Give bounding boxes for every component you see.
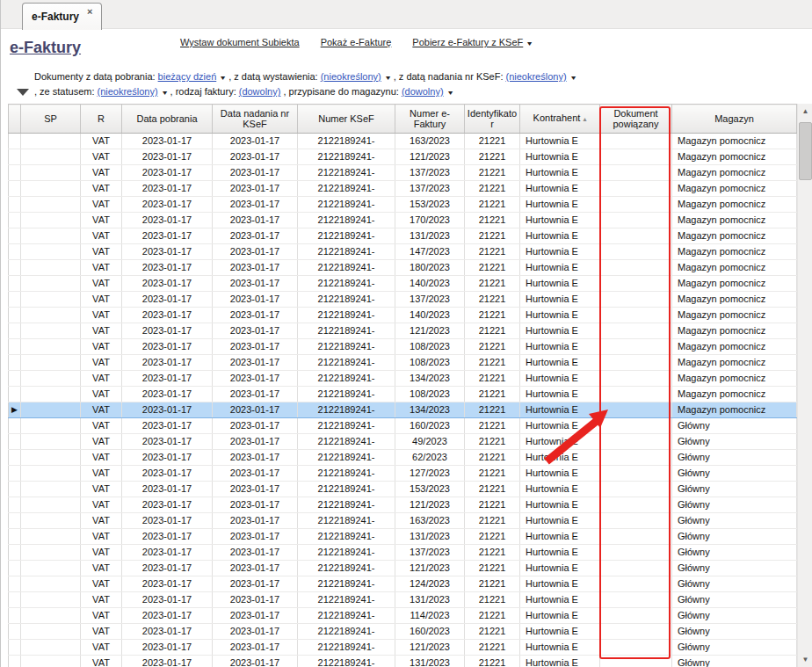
row-indicator [9,608,21,624]
cell-magazyn: Magazyn pomocnicz [672,165,797,181]
cell-dokument-powiazany [600,561,672,576]
header-identyfikator[interactable]: Identyfikator [465,105,520,134]
table-row[interactable]: VAT2023-01-172023-01-172122189241-153/20… [9,482,797,497]
cell-identyfikator: 21221 [465,624,520,640]
scroll-up-icon[interactable]: ▲ [798,104,812,119]
tab-e-faktury[interactable]: e-Faktury × [22,3,102,30]
table-row[interactable]: ▶VAT2023-01-172023-01-172122189241-134/2… [9,402,797,418]
row-indicator [9,497,21,513]
cell-identyfikator: 21221 [465,260,520,276]
cell-r: VAT [81,497,122,513]
filter-data-pobrania-link[interactable]: bieżący dzień▼ [158,71,227,82]
cell-sp [21,497,81,513]
row-indicator [9,466,21,482]
cell-magazyn: Magazyn pomocnicz [672,371,797,387]
cell-data-nadania-nr-ksef: 2023-01-17 [213,244,298,260]
cell-numer-e-faktury: 163/2023 [395,513,465,529]
table-row[interactable]: VAT2023-01-172023-01-172122189241-121/20… [9,323,797,339]
header-magazyn[interactable]: Magazyn [672,105,797,134]
table-row[interactable]: VAT2023-01-172023-01-172122189241-121/20… [9,561,797,576]
table-row[interactable]: VAT2023-01-172023-01-172122189241-137/20… [9,292,797,308]
table-row[interactable]: VAT2023-01-172023-01-172122189241-127/20… [9,466,797,482]
table-row[interactable]: VAT2023-01-172023-01-172122189241-108/20… [9,355,797,371]
cell-data-pobrania: 2023-01-17 [122,640,213,656]
cell-sp [21,292,81,308]
filter-rodzaj-faktury-value: (dowolny) [239,86,281,97]
cell-magazyn: Magazyn pomocnicz [672,228,797,244]
cell-sp [21,576,81,592]
vertical-scrollbar[interactable]: ▲ ▼ [797,104,812,667]
table-row[interactable]: VAT2023-01-172023-01-172122189241-114/20… [9,608,797,624]
wystaw-dokument-link[interactable]: Wystaw dokument Subiekta [180,37,300,47]
cell-dokument-powiazany [600,292,672,308]
table-row[interactable]: VAT2023-01-172023-01-172122189241-108/20… [9,339,797,355]
cell-r: VAT [81,165,122,181]
pokaz-efakture-link[interactable]: Pokaż e-Fakturę [321,37,392,47]
filter-status-link[interactable]: (nieokreślony)▼ [97,86,167,97]
table-row[interactable]: VAT2023-01-172023-01-172122189241-49/202… [9,434,797,450]
filter-data-nadania-link[interactable]: (nieokreślony)▼ [505,71,576,82]
cell-dokument-powiazany [600,466,672,482]
table-row[interactable]: VAT2023-01-172023-01-172122189241-124/20… [9,576,797,592]
cell-magazyn: Główny [672,418,797,434]
cell-identyfikator: 21221 [465,576,520,592]
header-sp[interactable]: SP [21,105,81,134]
cell-r: VAT [81,592,122,608]
table-row[interactable]: VAT2023-01-172023-01-172122189241-140/20… [9,276,797,292]
cell-kontrahent: Hurtownia E [520,228,600,244]
table-row[interactable]: VAT2023-01-172023-01-172122189241-131/20… [9,592,797,608]
table-row[interactable]: VAT2023-01-172023-01-172122189241-121/20… [9,640,797,656]
table-row[interactable]: VAT2023-01-172023-01-172122189241-131/20… [9,529,797,545]
table-row[interactable]: VAT2023-01-172023-01-172122189241-137/20… [9,181,797,197]
filter-magazyn-link[interactable]: (dowolny)▼ [402,86,453,97]
table-row[interactable]: VAT2023-01-172023-01-172122189241-147/20… [9,244,797,260]
table-row[interactable]: VAT2023-01-172023-01-172122189241-153/20… [9,197,797,213]
table-row[interactable]: VAT2023-01-172023-01-172122189241-121/20… [9,497,797,513]
table-row[interactable]: VAT2023-01-172023-01-172122189241-131/20… [9,228,797,244]
table-row[interactable]: VAT2023-01-172023-01-172122189241-137/20… [9,165,797,181]
cell-numer-ksef: 2122189241- [298,482,395,497]
cell-kontrahent: Hurtownia E [520,545,600,561]
header-numer-ksef[interactable]: Numer KSeF [298,105,395,134]
table-row[interactable]: VAT2023-01-172023-01-172122189241-180/20… [9,260,797,276]
filter-rodzaj-faktury-link[interactable]: (dowolny) [239,86,281,97]
table-row[interactable]: VAT2023-01-172023-01-172122189241-140/20… [9,308,797,323]
header-dokument-powiazany[interactable]: Dokument powiązany [600,105,672,134]
row-indicator [9,592,21,608]
table-row[interactable]: VAT2023-01-172023-01-172122189241-62/202… [9,450,797,466]
table-row[interactable]: VAT2023-01-172023-01-172122189241-134/20… [9,371,797,387]
header-data-pobrania[interactable]: Data pobrania [122,105,213,134]
cell-r: VAT [81,260,122,276]
table-row[interactable]: VAT2023-01-172023-01-172122189241-170/20… [9,213,797,228]
cell-sp [21,387,81,402]
filter-funnel-icon[interactable] [17,89,29,96]
table-row[interactable]: VAT2023-01-172023-01-172122189241-160/20… [9,418,797,434]
table-row[interactable]: VAT2023-01-172023-01-172122189241-121/20… [9,149,797,165]
filter-data-wystawienia-link[interactable]: (nieokreślony)▼ [321,71,391,82]
cell-dokument-powiazany [600,323,672,339]
cell-kontrahent: Hurtownia E [520,181,600,197]
cell-kontrahent: Hurtownia E [520,450,600,466]
header-kontrahent[interactable]: Kontrahent▴ [520,105,600,134]
scrollbar-thumb[interactable] [799,122,812,180]
cell-sp [21,418,81,434]
cell-numer-ksef: 2122189241- [298,624,395,640]
table-row[interactable]: VAT2023-01-172023-01-172122189241-108/20… [9,387,797,402]
filter-label-data-wystawienia: , z datą wystawienia: [228,71,318,82]
app-window: { "tab": { "title": "e-Faktury" }, "acti… [0,0,812,667]
table-row[interactable]: VAT2023-01-172023-01-172122189241-131/20… [9,656,797,667]
cell-r: VAT [81,197,122,213]
header-numer-e-faktury[interactable]: Numer e-Faktury [395,105,465,134]
row-indicator [9,576,21,592]
pobierz-efaktury-link[interactable]: Pobierz e-Faktury z KSeF▼ [412,37,533,47]
header-data-nadania-nr-ksef[interactable]: Data nadania nr KSeF [213,105,298,134]
header-r[interactable]: R [81,105,122,134]
filter-label-data-nadania: , z datą nadania nr KSeF: [394,71,504,82]
tab-close-icon[interactable]: × [87,6,92,17]
table-row[interactable]: VAT2023-01-172023-01-172122189241-160/20… [9,624,797,640]
table-row[interactable]: VAT2023-01-172023-01-172122189241-163/20… [9,513,797,529]
tab-bar: e-Faktury × [1,0,812,29]
table-row[interactable]: VAT2023-01-172023-01-172122189241-163/20… [9,134,797,149]
scroll-down-icon[interactable]: ▼ [798,652,812,667]
table-row[interactable]: VAT2023-01-172023-01-172122189241-137/20… [9,545,797,561]
